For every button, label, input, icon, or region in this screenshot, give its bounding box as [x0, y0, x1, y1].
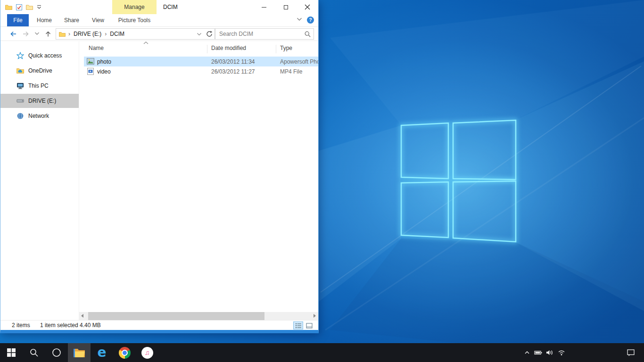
file-type: Apowersoft Pho — [277, 58, 318, 65]
chrome-center-dot — [122, 350, 128, 356]
quick-access-toolbar — [5, 0, 41, 14]
file-row-video[interactable]: video 26/03/2012 11:27 MP4 File — [84, 66, 318, 76]
column-header-type[interactable]: Type — [280, 45, 292, 51]
breadcrumb-separator-icon: › — [66, 31, 70, 37]
search-box — [215, 28, 314, 40]
file-rows: photo 26/03/2012 11:34 Apowersoft Pho vi… — [84, 57, 318, 76]
system-tray — [523, 343, 566, 362]
folder-icon[interactable] — [5, 4, 12, 10]
sidebar-item-drive-e[interactable]: DRIVE (E:) — [0, 94, 79, 108]
window-controls — [253, 0, 318, 14]
start-button[interactable] — [0, 343, 23, 362]
maximize-button[interactable] — [275, 0, 297, 14]
minimize-button[interactable] — [253, 0, 275, 14]
taskbar: e ♫ — [0, 343, 644, 362]
sidebar-item-onedrive[interactable]: OneDrive — [0, 64, 79, 78]
file-explorer-icon — [73, 347, 85, 358]
column-divider[interactable] — [276, 45, 276, 53]
forward-button[interactable] — [22, 30, 30, 38]
column-header-name[interactable]: Name — [89, 45, 104, 51]
taskbar-chrome-button[interactable] — [113, 343, 136, 362]
breadcrumb-folder[interactable]: DCIM — [107, 31, 128, 37]
battery-icon[interactable] — [534, 349, 543, 356]
recent-locations-dropdown-icon[interactable] — [34, 32, 40, 36]
scrollbar-thumb[interactable] — [88, 312, 264, 320]
properties-check-icon[interactable] — [16, 4, 22, 10]
column-divider[interactable] — [207, 45, 207, 53]
file-explorer-window: Manage DCIM File Home Share View Picture… — [0, 0, 319, 333]
itunes-icon: ♫ — [141, 347, 153, 359]
tab-view[interactable]: View — [87, 14, 109, 26]
help-button[interactable]: ? — [307, 16, 314, 24]
breadcrumb-drive[interactable]: DRIVE (E:) — [70, 31, 105, 37]
taskbar-file-explorer-button[interactable] — [68, 343, 91, 362]
tab-picture-tools[interactable]: Picture Tools — [113, 14, 156, 26]
sidebar-item-quick-access[interactable]: Quick access — [0, 49, 79, 63]
navigation-bar: › DRIVE (E:) › DCIM — [0, 27, 318, 41]
wifi-network-icon[interactable] — [557, 349, 566, 356]
details-view-button[interactable] — [293, 321, 303, 329]
maximize-icon — [284, 5, 288, 9]
close-button[interactable] — [297, 0, 318, 14]
customize-quick-access-dropdown-icon[interactable] — [37, 5, 41, 9]
large-icons-view-button[interactable] — [304, 321, 314, 329]
sidebar-item-label: DRIVE (E:) — [28, 98, 56, 104]
file-name: photo — [97, 58, 208, 65]
volume-icon[interactable] — [546, 349, 554, 356]
cortana-button[interactable] — [45, 343, 68, 362]
navigation-pane: Quick access OneDrive This PC DRIVE (E:)… — [0, 41, 79, 312]
file-list-pane: Name Date modified Type photo 26/03/2012… — [79, 41, 318, 312]
file-type: MP4 File — [277, 68, 318, 75]
column-header-date-modified[interactable]: Date modified — [211, 45, 246, 51]
music-note-glyph: ♫ — [145, 349, 150, 356]
taskbar-search-button[interactable] — [23, 343, 45, 362]
onedrive-folder-icon — [17, 67, 24, 74]
sidebar-item-network[interactable]: Network — [0, 109, 79, 123]
search-input[interactable] — [215, 29, 314, 39]
search-icon — [29, 348, 39, 357]
large-icons-view-icon — [306, 323, 313, 329]
back-button[interactable] — [9, 30, 17, 38]
scroll-left-arrow-icon[interactable] — [81, 314, 83, 318]
search-icon[interactable] — [304, 31, 311, 40]
ribbon-tab-bar: File Home Share View Picture Tools ? — [0, 14, 318, 27]
sidebar-item-this-pc[interactable]: This PC — [0, 79, 79, 93]
edge-icon: e — [98, 344, 107, 362]
contextual-group-manage[interactable]: Manage — [112, 0, 157, 14]
sidebar-item-label: OneDrive — [28, 67, 52, 74]
collapse-ribbon-chevron-icon[interactable] — [297, 17, 302, 22]
tab-home[interactable]: Home — [33, 14, 56, 26]
computer-icon — [17, 82, 24, 90]
minimize-icon — [262, 7, 266, 8]
file-row-photo[interactable]: photo 26/03/2012 11:34 Apowersoft Pho — [84, 57, 318, 66]
address-dropdown-icon[interactable] — [197, 32, 202, 36]
chrome-icon — [119, 347, 131, 359]
action-center-button[interactable] — [621, 343, 640, 362]
horizontal-scrollbar[interactable] — [79, 312, 318, 320]
window-title: DCIM — [163, 0, 178, 14]
star-icon — [17, 52, 24, 59]
sidebar-item-label: Quick access — [28, 52, 62, 59]
new-folder-icon[interactable] — [26, 4, 33, 10]
address-bar[interactable]: › DRIVE (E:) › DCIM — [56, 28, 205, 40]
refresh-button[interactable] — [204, 28, 215, 40]
photo-file-icon — [87, 58, 94, 65]
up-button[interactable] — [44, 30, 52, 38]
file-date-modified: 26/03/2012 11:34 — [208, 58, 277, 65]
network-globe-icon — [17, 112, 24, 120]
taskbar-edge-button[interactable]: e — [91, 343, 113, 362]
sidebar-item-label: This PC — [28, 82, 49, 89]
status-bar: 2 items 1 item selected 4.40 MB — [0, 320, 318, 330]
action-center-icon — [627, 349, 635, 356]
tray-chevron-up-icon[interactable] — [523, 349, 531, 356]
video-file-icon — [87, 68, 94, 75]
titlebar: Manage DCIM — [0, 0, 318, 14]
tab-file[interactable]: File — [7, 14, 29, 26]
status-item-count: 2 items — [12, 321, 30, 330]
removable-drive-icon — [17, 97, 24, 105]
details-view-icon — [295, 323, 302, 329]
taskbar-itunes-button[interactable]: ♫ — [136, 343, 158, 362]
sort-ascending-icon — [143, 41, 149, 44]
scroll-right-arrow-icon[interactable] — [314, 314, 316, 318]
tab-share[interactable]: Share — [60, 14, 83, 26]
